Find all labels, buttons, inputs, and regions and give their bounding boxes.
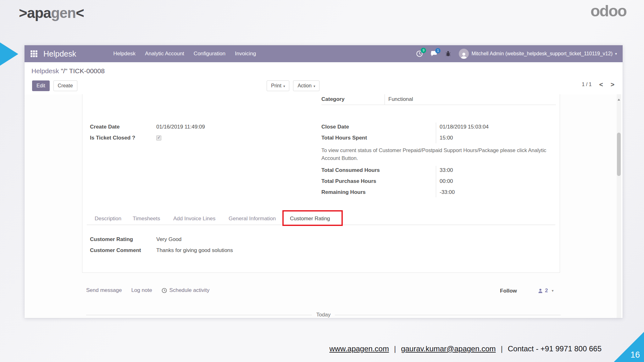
follow-button[interactable]: Follow [500, 288, 517, 294]
follower-person-icon [538, 288, 543, 293]
logo-bracket-open: > [19, 5, 27, 21]
field-label-category: Category [321, 96, 345, 102]
red-highlight-annotation [282, 210, 343, 226]
field-value-customer-rating: Very Good [156, 236, 181, 243]
field-value-create-date: 01/16/2019 11:49:09 [156, 124, 205, 130]
field-value-is-ticket-closed [82, 135, 177, 141]
app-title[interactable]: Helpdesk [43, 49, 76, 58]
edit-button[interactable]: Edit [32, 80, 50, 91]
navbar-menus: Helpdesk Analytic Account Configuration … [113, 51, 256, 57]
messages-badge: 1 [435, 48, 441, 53]
field-label-remaining-hours: Remaining Hours [321, 189, 366, 195]
send-message-button[interactable]: Send message [86, 287, 122, 293]
odoo-app-window: Helpdesk Helpdesk Analytic Account Confi… [25, 45, 623, 318]
pager-value: 1 / 1 [582, 82, 591, 87]
apagen-logo: >apagen< [19, 4, 84, 21]
action-caret-icon: ▾ [314, 84, 315, 88]
field-separator [436, 123, 436, 143]
footer-website-link[interactable]: www.apagen.com [329, 344, 389, 353]
action-dropdown-button[interactable]: Action▾ [293, 80, 319, 91]
schedule-activity-button[interactable]: Schedule activity [162, 287, 210, 293]
form-sheet: Category Functional Create Date 01/16/20… [82, 94, 560, 273]
field-value-remaining-hours: -33:00 [440, 189, 455, 195]
presentation-slide: >apagen< odoo Helpdesk Helpdesk Analytic… [0, 0, 644, 362]
footer-email-link[interactable]: gaurav.kumar@apagen.com [401, 344, 496, 353]
menu-configuration[interactable]: Configuration [194, 51, 225, 57]
breadcrumb: Helpdesk "/" TICK-00008 [25, 62, 623, 78]
chatter-buttons: Send message Log note Schedule activity [86, 287, 209, 293]
bug-icon[interactable] [445, 51, 451, 57]
field-label-customer-comment: Customer Comment [90, 247, 141, 254]
create-button[interactable]: Create [53, 80, 77, 91]
activities-badge: 9 [421, 48, 426, 53]
notebook-tabs: Description Timesheets Add Invoice Lines… [82, 212, 560, 225]
clock-icon [162, 288, 167, 293]
followers-button[interactable]: 2 ▾ [538, 288, 554, 294]
support-hours-note: To view current status of Customer Prepa… [321, 146, 549, 162]
odoo-logo: odoo [591, 2, 626, 20]
checkbox-checked-icon [156, 135, 161, 140]
pager: 1 / 1 < > [582, 81, 614, 88]
footer-contact: Contact - +91 9971 800 665 [508, 344, 602, 353]
user-menu-caret-icon: ▾ [615, 52, 617, 56]
form-view-content: Category Functional Create Date 01/16/20… [25, 94, 623, 318]
field-label-total-purchase-hours: Total Purchase Hours [321, 178, 376, 184]
control-panel: Edit Create Print▾ Action▾ 1 / 1 < > [25, 78, 623, 94]
messages-icon[interactable]: 1 [430, 51, 437, 57]
field-label-total-consumed-hours: Total Consumed Hours [321, 167, 380, 173]
cyan-arrow-decoration [0, 42, 18, 66]
menu-invoicing[interactable]: Invoicing [235, 51, 256, 57]
print-caret-icon: ▾ [283, 84, 285, 88]
apps-grid-icon[interactable] [30, 50, 38, 58]
main-navbar: Helpdesk Helpdesk Analytic Account Confi… [25, 45, 623, 62]
today-divider: Today [86, 312, 561, 318]
menu-analytic-account[interactable]: Analytic Account [145, 51, 184, 57]
field-value-total-purchase-hours: 00:00 [440, 178, 453, 184]
pager-next-icon[interactable]: > [611, 81, 614, 88]
slide-page-number: 16 [630, 350, 640, 360]
footer-separator: | [501, 344, 503, 353]
tab-add-invoice-lines[interactable]: Add Invoice Lines [173, 216, 215, 222]
field-value-close-date: 01/18/2019 15:03:04 [440, 124, 489, 130]
field-label-total-hours-spent: Total Hours Spent [321, 135, 367, 141]
field-separator [385, 94, 385, 105]
footer-separator: | [394, 344, 396, 353]
followers-caret-icon: ▾ [552, 288, 553, 293]
user-menu[interactable]: Mitchell Admin (website_helpdesk_support… [459, 49, 617, 59]
breadcrumb-current: TICK-00008 [69, 67, 105, 74]
field-value-customer-comment: Thanks for giving good solutions [156, 247, 233, 254]
field-value-category: Functional [388, 96, 413, 102]
pager-previous-icon[interactable]: < [599, 81, 603, 88]
activities-icon[interactable]: 9 [416, 50, 423, 57]
scroll-up-arrow-icon[interactable] [618, 99, 620, 101]
field-separator [436, 166, 436, 197]
field-value-total-hours-spent: 15:00 [440, 135, 453, 141]
breadcrumb-link[interactable]: Helpdesk [31, 67, 59, 74]
group-divider [321, 105, 556, 105]
field-value-total-consumed-hours: 33:00 [440, 167, 453, 173]
scrollbar-thumb[interactable] [617, 133, 621, 176]
followers-count: 2 [545, 288, 548, 294]
field-label-create-date: Create Date [90, 124, 120, 130]
logo-bracket-close: < [76, 5, 84, 21]
user-name: Mitchell Admin (website_helpdesk_support… [471, 51, 613, 57]
field-label-customer-rating: Customer Rating [90, 236, 133, 243]
systray: 9 1 [416, 49, 617, 59]
print-dropdown-button[interactable]: Print▾ [267, 80, 289, 91]
today-label: Today [316, 312, 330, 318]
logo-part-gen: gen [51, 5, 76, 21]
tab-description[interactable]: Description [95, 216, 121, 222]
field-label-close-date: Close Date [321, 124, 349, 130]
logo-part-apa: apa [27, 5, 51, 21]
tab-general-information[interactable]: General Information [229, 216, 276, 222]
menu-helpdesk[interactable]: Helpdesk [113, 51, 136, 57]
log-note-button[interactable]: Log note [131, 287, 152, 293]
tab-timesheets[interactable]: Timesheets [133, 216, 160, 222]
slide-footer: www.apagen.com | gaurav.kumar@apagen.com… [329, 344, 602, 353]
breadcrumb-separator: "/" [61, 67, 67, 74]
user-avatar [459, 49, 469, 59]
vertical-scrollbar[interactable] [617, 94, 621, 318]
